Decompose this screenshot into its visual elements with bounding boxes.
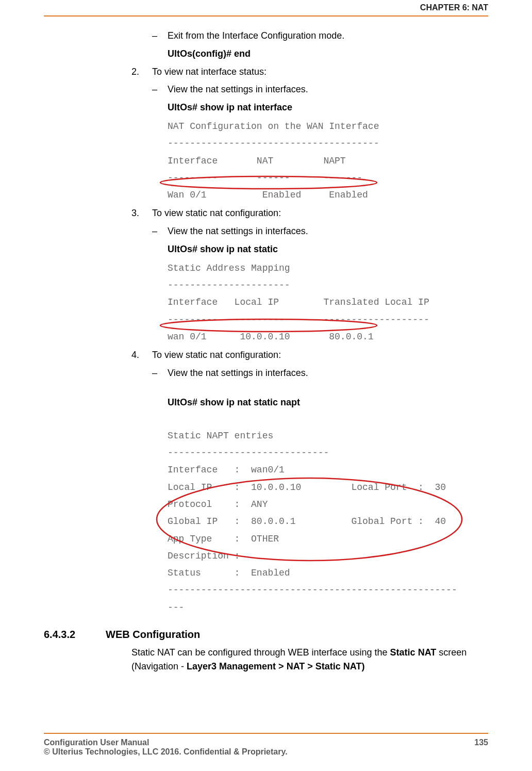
footer-copyright: © Ulterius Technologies, LLC 2016. Confi… <box>44 747 288 757</box>
section-body: Static NAT can be configured through WEB… <box>131 646 488 674</box>
chapter-header: CHAPTER 6: NAT <box>420 3 488 12</box>
code-output: Static NAPT entries --------------------… <box>168 428 488 616</box>
numbered-step: 4.To view static nat configuration: <box>131 348 488 363</box>
step-number: 3. <box>131 206 139 221</box>
bold-text: Layer3 Management > NAT > Static NAT) <box>187 661 364 671</box>
section-heading: 6.4.3.2WEB Configuration <box>44 629 488 641</box>
code-output: Static Address Mapping -----------------… <box>168 260 488 346</box>
section-number: 6.4.3.2 <box>44 629 106 641</box>
footer-manual-title: Configuration User Manual <box>44 738 288 747</box>
section-title: WEB Configuration <box>106 629 200 640</box>
bold-text: Static NAT <box>390 647 437 658</box>
step-number: 2. <box>131 64 139 79</box>
footer-page-number: 135 <box>474 738 488 757</box>
dash-item: View the nat settings in interfaces. <box>152 224 488 239</box>
numbered-step: 3.To view static nat configuration: <box>131 206 488 221</box>
dash-item: View the nat settings in interfaces. <box>152 366 488 381</box>
step-number: 4. <box>131 348 139 363</box>
top-rule <box>44 15 488 17</box>
command-line: UltOs# show ip nat static <box>168 242 488 257</box>
dash-item: Exit from the Interface Configuration mo… <box>152 28 488 43</box>
content-area: Exit from the Interface Configuration mo… <box>44 28 488 725</box>
spacer <box>44 384 488 395</box>
command-line: UltOs# show ip nat interface <box>168 100 488 115</box>
footer-left: Configuration User Manual © Ulterius Tec… <box>44 738 288 757</box>
page: CHAPTER 6: NAT Exit from the Interface C… <box>0 0 532 771</box>
dash-item: View the nat settings in interfaces. <box>152 82 488 97</box>
spacer <box>44 413 488 424</box>
command-line: UltOs(config)# end <box>168 46 488 61</box>
numbered-step: 2.To view nat interface status: <box>131 64 488 79</box>
command-line: UltOs# show ip nat static napt <box>168 395 488 410</box>
code-output: NAT Configuration on the WAN Interface -… <box>168 118 488 204</box>
footer: Configuration User Manual © Ulterius Tec… <box>44 738 488 757</box>
bottom-rule <box>44 733 488 734</box>
